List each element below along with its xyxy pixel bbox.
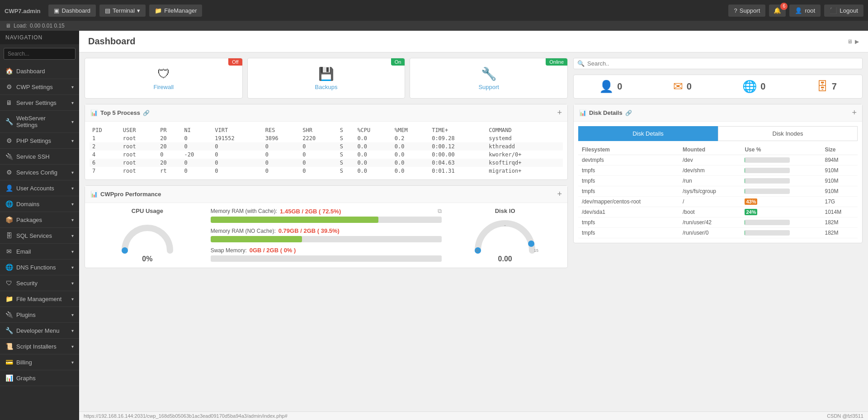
table-row: 6root200000S0.00.00:04.63ksoftirqd+	[90, 159, 563, 167]
page-title: Dashboard	[88, 36, 135, 47]
firewall-widget[interactable]: Off 🛡 Firewall	[85, 58, 243, 99]
chevron-down-icon: ▾	[71, 85, 74, 90]
disk-chart-icon: 📊	[579, 109, 586, 116]
filemanager-button[interactable]: 📁 FileManager	[149, 5, 202, 17]
sidebar-search-input[interactable]	[4, 48, 75, 60]
table-row: 4root0-20000S0.00.00:00.00kworker/0+	[90, 151, 563, 159]
performance-body: CPU Usage 0% Memory RAM (with Cac	[85, 203, 567, 268]
sidebar-item-graphs[interactable]: 📊 Graphs	[0, 370, 79, 386]
col-pid: PID	[90, 126, 120, 134]
credit-label: CSDN @fzl3511	[827, 413, 863, 419]
user-menu-button[interactable]: 👤 root	[789, 5, 821, 17]
top5-add-button[interactable]: +	[557, 108, 562, 118]
globe-icon: 🌐	[742, 80, 757, 94]
logout-button[interactable]: ⬛ Logout	[824, 5, 863, 17]
copy-icon: ⧉	[438, 208, 442, 215]
performance-add-button[interactable]: +	[557, 189, 562, 199]
sidebar-item-packages[interactable]: 📦 Packages ▾	[0, 212, 79, 228]
chevron-down-icon: ▾	[71, 297, 74, 302]
breadcrumb-arrow-icon: ▶	[855, 38, 859, 45]
chart-icon: 📊	[90, 109, 98, 116]
sidebar-item-developer-menu[interactable]: 🔧 Developer Menu ▾	[0, 323, 79, 339]
chevron-down-icon: ▾	[71, 186, 74, 191]
chevron-down-icon: ▾	[71, 170, 74, 175]
mem-no-cache-value: 0.79GB / 2GB ( 39.5%)	[278, 227, 340, 234]
sidebar-item-file-management[interactable]: 📁 File Management ▾	[0, 291, 79, 307]
support-button[interactable]: ? Support	[728, 5, 765, 17]
backups-badge: On	[391, 58, 405, 66]
sidebar-item-server-settings[interactable]: 🖥 Server Settings ▾	[0, 95, 79, 111]
mem-with-cache-value: 1.45GB / 2GB ( 72.5%)	[280, 208, 341, 215]
swap-value: 0GB / 2GB ( 0% )	[250, 247, 296, 254]
sidebar-item-domains[interactable]: 🌐 Domains ▾	[0, 196, 79, 212]
disk-io-label: Disk IO	[495, 208, 515, 214]
top5-header: 📊 Top 5 Process 🔗 +	[85, 104, 567, 122]
sidebar-item-services-config[interactable]: ⚙ Services Config ▾	[0, 165, 79, 180]
left-column: Off 🛡 Firewall On 💾 Backups Online 🔧 Sup…	[85, 58, 568, 406]
mem-no-cache-row: Memory RAM (NO Cache): 0.79GB / 2GB ( 39…	[211, 227, 442, 242]
chevron-down-icon: ▾	[71, 281, 74, 286]
swap-bar	[211, 255, 442, 262]
sidebar-item-webserver-settings[interactable]: 🔧 WebServer Settings ▾	[0, 111, 79, 133]
load-label: Load:	[14, 23, 27, 29]
users-icon: 👤	[599, 80, 613, 94]
mem-with-cache-row: Memory RAM (with Cache): 1.45GB / 2GB ( …	[211, 208, 442, 223]
support-widget[interactable]: Online 🔧 Support	[410, 58, 568, 99]
backups-label: Backups	[315, 84, 338, 90]
cpu-gauge-chart	[118, 217, 177, 253]
disk-inodes-tab[interactable]: Disk Inodes	[718, 126, 858, 141]
table-row: /dev/mapper/centos-root/43%17G	[578, 197, 858, 207]
firewall-label: Firewall	[153, 84, 174, 90]
table-row: tmpfs/dev/shm910M	[578, 165, 858, 176]
performance-title: 📊 CWPpro Performance	[90, 191, 161, 198]
svg-text:15: 15	[534, 248, 538, 253]
sidebar-item-sql-services[interactable]: 🗄 SQL Services ▾	[0, 228, 79, 244]
col-ni: NI	[182, 126, 212, 134]
sidebar-item-cwp-settings[interactable]: ⚙ CWP Settings ▾	[0, 79, 79, 95]
sidebar-item-script-installers[interactable]: 📜 Script Installers ▾	[0, 339, 79, 354]
stat-mail-value: 0	[687, 81, 692, 92]
chevron-down-icon: ▾	[71, 119, 74, 124]
backups-widget[interactable]: On 💾 Backups	[247, 58, 406, 99]
sidebar-item-security[interactable]: 🛡 Security ▾	[0, 275, 79, 291]
sidebar-item-email[interactable]: ✉ Email ▾	[0, 244, 79, 260]
terminal-button[interactable]: ▤ Terminal ▾	[99, 5, 146, 17]
table-row: 2root200000S0.00.00:00.12kthreadd	[90, 142, 563, 151]
graphs-icon: 📊	[5, 374, 13, 382]
terminal-icon: ▤	[105, 7, 110, 14]
sidebar-item-dashboard[interactable]: 🏠 Dashboard	[0, 63, 79, 79]
sidebar-item-billing[interactable]: 💳 Billing ▾	[0, 354, 79, 370]
search-bar: 🔍	[573, 58, 863, 69]
php-icon: ⚙	[5, 137, 13, 144]
table-row: tmpfs/sys/fs/cgroup910M	[578, 186, 858, 197]
load-bar: 🖥 Load: 0.00 0.01 0.15	[0, 21, 868, 31]
top5-title: 📊 Top 5 Process 🔗	[90, 109, 150, 116]
firewall-icon: 🛡	[157, 66, 170, 81]
search-input[interactable]	[587, 60, 859, 67]
mem-no-cache-label: Memory RAM (NO Cache):	[211, 228, 276, 234]
top5-body: PID USER PR NI VIRT RES SHR S %CPU %ME	[85, 122, 567, 179]
col-user: USER	[120, 126, 157, 134]
disk-io-value: 0.00	[498, 255, 512, 263]
chevron-down-icon: ▾	[71, 100, 74, 105]
billing-icon: 💳	[5, 359, 13, 366]
support-label: Support	[478, 84, 499, 90]
sidebar-item-plugins[interactable]: 🔌 Plugins ▾	[0, 307, 79, 323]
sidebar-item-php-settings[interactable]: ⚙ PHP Settings ▾	[0, 133, 79, 149]
dashboard-button[interactable]: ▣ Dashboard	[48, 5, 96, 17]
support-icon: 🔧	[481, 66, 497, 81]
notifications-button[interactable]: 🔔 6	[769, 5, 786, 17]
performance-panel: 📊 CWPpro Performance + CPU Usage	[85, 185, 568, 268]
col-use-pct: Use %	[741, 145, 821, 155]
breadcrumb: 🖥 ▶	[847, 38, 859, 45]
topbar-right: ? Support 🔔 6 👤 root ⬛ Logout	[728, 5, 863, 17]
sidebar-item-dns-functions[interactable]: 🌐 DNS Functions ▾	[0, 260, 79, 275]
disk-details-tab[interactable]: Disk Details	[578, 126, 718, 141]
sidebar-item-service-ssh[interactable]: 🔌 Service SSH	[0, 149, 79, 165]
disk-details-panel: 📊 Disk Details 🔗 + Disk Details Disk Ino…	[573, 104, 863, 243]
stats-panel: 👤 0 ✉ 0 🌐 0 🗄 7	[573, 75, 863, 99]
folder-icon: 📁	[5, 295, 13, 302]
sidebar-item-user-accounts[interactable]: 👤 User Accounts ▾	[0, 180, 79, 196]
disk-details-add-button[interactable]: +	[852, 108, 857, 118]
sidebar-search-wrap	[0, 44, 79, 63]
